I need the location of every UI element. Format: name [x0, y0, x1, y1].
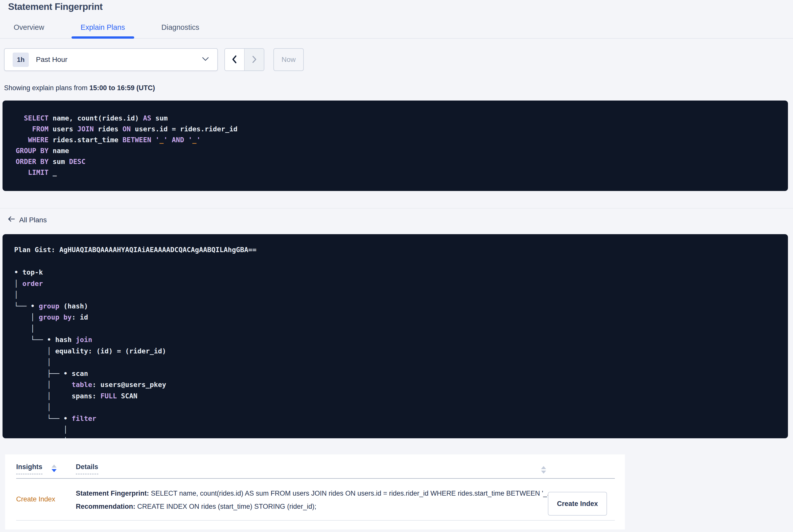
- chevron-left-icon: [232, 55, 237, 64]
- table-row-divider: [16, 520, 615, 520]
- next-time-button[interactable]: [245, 49, 264, 71]
- insight-details-cell: Statement Fingerprint: SELECT name, coun…: [76, 487, 553, 513]
- plan-gist-panel: Plan Gist: AgHUAQIABQAAAAHYAQIAiAEAAAADC…: [2, 234, 788, 438]
- tab-overview[interactable]: Overview: [13, 23, 45, 38]
- statement-fingerprint-text: SELECT name, count(rides.id) AS sum FROM…: [149, 490, 553, 497]
- prev-time-button[interactable]: [225, 49, 245, 71]
- tab-diagnostics[interactable]: Diagnostics: [161, 23, 201, 38]
- arrow-left-icon: [7, 216, 15, 224]
- showing-range-text: Showing explain plans from 15:00 to 16:5…: [4, 84, 793, 92]
- sort-asc-icon: [541, 466, 546, 469]
- time-controls: 1h Past Hour Now: [4, 48, 793, 71]
- sort-arrows-icon[interactable]: [52, 464, 57, 472]
- time-range-select[interactable]: 1h Past Hour: [4, 48, 218, 71]
- details-header-label: Details: [76, 463, 98, 474]
- sort-desc-icon: [52, 469, 57, 472]
- tab-explain-plans[interactable]: Explain Plans: [80, 23, 126, 38]
- time-pager: [224, 48, 264, 71]
- page-title: Statement Fingerprint: [0, 0, 793, 12]
- insights-column-header[interactable]: Insights: [16, 463, 57, 474]
- statement-fingerprint-line: Statement Fingerprint: SELECT name, coun…: [76, 487, 553, 500]
- tab-bar: Overview Explain Plans Diagnostics: [0, 23, 793, 39]
- section-divider: [0, 208, 793, 209]
- all-plans-label: All Plans: [19, 216, 47, 224]
- sort-asc-icon: [52, 464, 57, 468]
- recommendation-line: Recommendation: CREATE INDEX ON rides (s…: [76, 500, 553, 513]
- showing-range-prefix: Showing explain plans from: [4, 84, 90, 92]
- now-button[interactable]: Now: [273, 48, 304, 71]
- statement-fingerprint-label: Statement Fingerprint:: [76, 490, 149, 497]
- sort-desc-icon: [541, 471, 546, 474]
- time-interval-badge: 1h: [13, 53, 29, 67]
- recommendation-label: Recommendation:: [76, 503, 135, 510]
- plan-gist-tree: Plan Gist: AgHUAQIABQAAAAHYAQIAiAEAAAADC…: [2, 234, 788, 438]
- chevron-right-icon: [251, 55, 257, 64]
- all-plans-link[interactable]: All Plans: [7, 216, 47, 224]
- table-header-divider: [16, 478, 615, 479]
- insight-type-link[interactable]: Create Index: [16, 495, 55, 503]
- sql-statement-code: SELECT name, count(rides.id) AS sum FROM…: [2, 100, 788, 191]
- insights-table: Insights Details Create Index Statement …: [5, 454, 625, 530]
- details-column-header[interactable]: Details: [76, 463, 98, 474]
- time-range-label: Past Hour: [36, 56, 202, 64]
- insights-header-label: Insights: [16, 463, 42, 474]
- recommendation-text: CREATE INDEX ON rides (start_time) STORI…: [135, 503, 316, 510]
- showing-range-value: 15:00 to 16:59 (UTC): [90, 84, 155, 92]
- sort-arrows-icon[interactable]: [541, 466, 546, 474]
- create-index-button[interactable]: Create Index: [548, 492, 607, 516]
- sql-statement-panel: SELECT name, count(rides.id) AS sum FROM…: [2, 100, 788, 191]
- chevron-down-icon: [202, 57, 209, 62]
